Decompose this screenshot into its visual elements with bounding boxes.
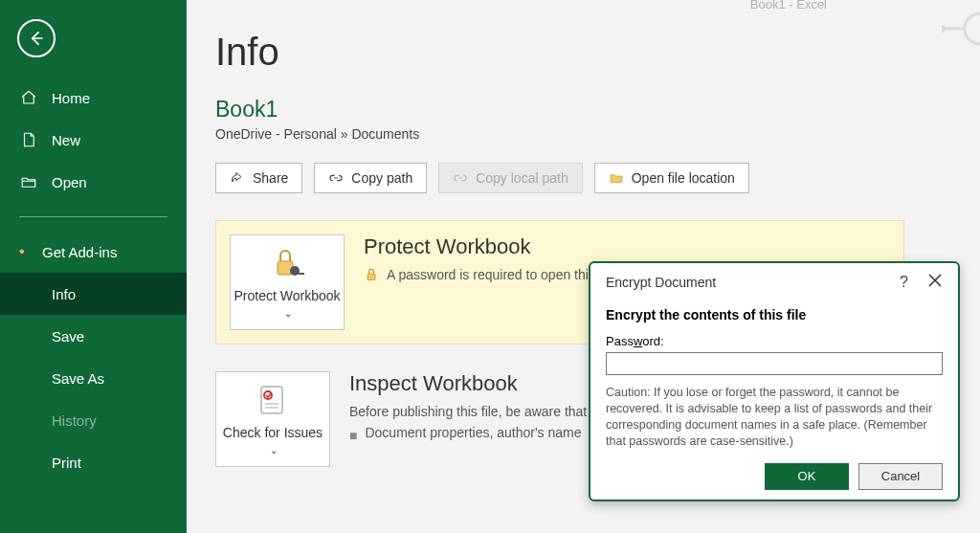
svg-point-2 xyxy=(942,25,946,33)
sidebar-item-addins[interactable]: Get Add-ins xyxy=(0,231,187,273)
svg-point-4 xyxy=(290,266,300,276)
ok-button[interactable]: OK xyxy=(765,463,849,490)
svg-rect-5 xyxy=(299,273,304,275)
password-input[interactable] xyxy=(606,352,943,375)
file-name: Book1 xyxy=(215,97,951,122)
sidebar-divider xyxy=(19,216,167,217)
protect-workbook-label: Protect Workbook ⌄ xyxy=(231,288,344,321)
check-issues-button[interactable]: Check for Issues ⌄ xyxy=(215,371,330,467)
sidebar-item-label: Get Add-ins xyxy=(42,244,117,260)
dialog-caution-text: Caution: If you lose or forget the passw… xyxy=(606,385,943,450)
page-title: Info xyxy=(215,31,951,74)
open-file-location-button[interactable]: Open file location xyxy=(594,163,749,193)
folder-icon xyxy=(609,170,624,186)
password-label: Password: xyxy=(606,334,943,348)
lock-icon xyxy=(268,244,306,282)
decor-graphic xyxy=(942,0,980,57)
dialog-close-button[interactable] xyxy=(927,273,943,292)
copy-local-path-label: Copy local path xyxy=(476,170,568,186)
app-title: Book1 - Excel xyxy=(750,0,827,11)
share-button[interactable]: Share xyxy=(215,163,302,193)
sidebar-item-print[interactable]: Print xyxy=(0,441,187,483)
share-icon xyxy=(230,170,245,186)
protect-workbook-title: Protect Workbook xyxy=(364,234,890,259)
folder-open-icon xyxy=(19,172,38,191)
svg-point-0 xyxy=(965,13,980,44)
dialog-title: Encrypt Document xyxy=(606,275,716,290)
home-icon xyxy=(19,88,38,107)
sidebar-item-info[interactable]: Info xyxy=(0,273,187,315)
sidebar-item-history: History xyxy=(0,399,187,441)
copy-local-path-button: Copy local path xyxy=(438,163,583,193)
copy-path-label: Copy path xyxy=(351,170,412,186)
backstage-sidebar: Home New Open Get Add-ins Info Save Save… xyxy=(0,0,187,533)
copy-path-button[interactable]: Copy path xyxy=(314,163,427,193)
sidebar-item-label: Home xyxy=(52,90,90,106)
small-lock-icon xyxy=(364,267,379,282)
svg-rect-6 xyxy=(368,274,375,279)
sidebar-item-label: New xyxy=(52,132,80,148)
dialog-subtitle: Encrypt the contents of this file xyxy=(606,307,943,322)
cancel-button[interactable]: Cancel xyxy=(858,463,943,490)
sidebar-item-label: History xyxy=(52,412,97,429)
check-issues-label: Check for Issues ⌄ xyxy=(216,425,329,457)
svg-rect-7 xyxy=(261,387,282,413)
link-icon xyxy=(328,170,344,186)
sidebar-item-new[interactable]: New xyxy=(0,119,187,161)
breadcrumb: OneDrive - Personal » Documents xyxy=(215,126,951,142)
action-row: Share Copy path Copy local path Open fil… xyxy=(215,163,951,193)
checklist-icon xyxy=(254,381,292,419)
sidebar-item-label: Info xyxy=(52,286,76,302)
sidebar-item-home[interactable]: Home xyxy=(0,77,187,119)
sidebar-item-save[interactable]: Save xyxy=(0,315,187,357)
sidebar-item-label: Save xyxy=(52,328,84,344)
back-button[interactable] xyxy=(17,19,56,57)
open-file-location-label: Open file location xyxy=(632,170,735,186)
new-file-icon xyxy=(19,130,38,149)
link-icon xyxy=(453,170,468,186)
sidebar-item-open[interactable]: Open xyxy=(0,161,187,203)
encrypt-document-dialog: Encrypt Document ? Encrypt the contents … xyxy=(589,261,960,501)
sidebar-item-label: Print xyxy=(52,455,81,471)
sidebar-item-label: Save As xyxy=(52,370,104,387)
sidebar-item-label: Open xyxy=(52,174,87,190)
sidebar-item-saveas[interactable]: Save As xyxy=(0,357,187,399)
dialog-help-button[interactable]: ? xyxy=(900,274,908,291)
share-label: Share xyxy=(253,170,288,186)
protect-workbook-button[interactable]: Protect Workbook ⌄ xyxy=(230,234,345,330)
